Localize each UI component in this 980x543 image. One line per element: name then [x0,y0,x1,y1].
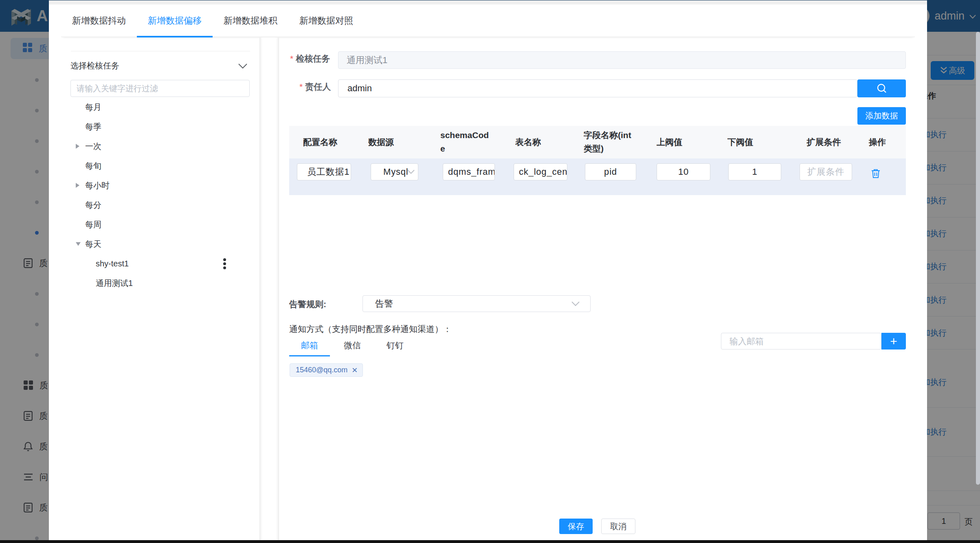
tree-node[interactable]: 每小时 [49,176,259,195]
owner-field-label: *责任人 [299,81,331,92]
modal-footer: 保存 取消 [273,519,921,534]
tree-node[interactable]: 每天 [49,234,259,254]
tree-node[interactable]: 每周 [49,215,259,234]
modal-tabs: 新增数据抖动新增数据偏移新增数据堆积新增数据对照 [61,4,915,37]
column-header: 下阀值 [717,126,788,158]
notify-tab-active[interactable]: 邮箱 [289,336,330,355]
tree-node[interactable]: 通用测试1 [49,273,259,293]
owner-input[interactable] [338,79,857,97]
table-name-input[interactable]: ck_log_center [514,163,567,180]
tree-node[interactable]: 每月 [49,97,259,117]
collapse-chevron-down-icon[interactable] [238,64,247,69]
modal-tab[interactable]: 新增数据对照 [288,4,364,37]
cancel-button[interactable]: 取消 [601,519,635,534]
config-table: 配置名称数据源schemaCode表名称字段名称(int类型)上阀值下阀值扩展条… [289,126,906,195]
alert-rule-select[interactable]: 告警 [363,295,591,312]
schema-code-input[interactable]: dqms_framework [443,163,495,180]
modal-tab-active[interactable]: 新增数据偏移 [137,4,213,37]
column-header: 表名称 [501,126,573,158]
column-header: 扩展条件 [788,126,859,158]
caret-right-icon[interactable] [76,183,79,188]
scrollbar-thumb[interactable] [976,32,980,485]
modal-dialog: 新增数据抖动新增数据偏移新增数据堆积新增数据对照 选择检核任务 每月每季一次每旬… [49,0,927,543]
column-header: 操作 [859,126,906,158]
caret-right-icon[interactable] [76,144,79,149]
delete-row-button[interactable] [870,168,881,179]
owner-search-button[interactable] [857,79,906,97]
tree-node-label[interactable]: 每旬 [85,160,101,171]
alert-rule-label: 告警规则: [289,299,326,310]
tree-node[interactable]: shy-test1 [49,254,259,273]
search-icon [876,83,888,94]
notify-tab[interactable]: 微信 [332,336,373,355]
column-header: schemaCode [430,126,501,158]
column-header: 配置名称 [289,126,358,158]
tag-close-icon[interactable]: ✕ [352,367,358,374]
tree-node-label[interactable]: shy-test1 [96,259,129,268]
save-button[interactable]: 保存 [559,519,593,534]
modal-tab[interactable]: 新增数据抖动 [61,4,137,37]
upper-threshold-input[interactable]: 10 [657,163,710,180]
ext-condition-input[interactable]: 扩展条件 [800,163,852,180]
email-tag: 15460@qq.com ✕ [290,363,363,377]
tree-node-label[interactable]: 一次 [85,141,101,152]
divider [71,51,250,51]
bottom-bar [0,540,980,543]
lower-threshold-input[interactable]: 1 [728,163,781,180]
table-row: 员工数据1 Mysql dqms_framework ck_log_center… [289,158,906,195]
task-tree-pane: 选择检核任务 每月每季一次每旬每小时每分每周每天shy-test1通用测试1 [49,37,259,543]
add-data-button[interactable]: 添加数据 [857,107,906,125]
tree-node[interactable]: 一次 [49,136,259,156]
select-chevron-down-icon [571,301,580,306]
add-email-button[interactable]: + [881,333,906,350]
required-asterisk: * [299,82,303,91]
select-chevron-down-icon [407,170,415,174]
notify-method-label: 通知方式（支持同时配置多种通知渠道）： [289,323,452,335]
tree-node-label[interactable]: 每季 [85,121,101,132]
form-pane: *检核任务 *责任人 添加数据 配置名称数据源schemaCode表名称字段名称… [279,37,927,543]
trash-icon [870,168,881,179]
tree-node-label[interactable]: 每分 [85,200,101,211]
tree-node-label[interactable]: 每小时 [85,180,110,191]
tree-filter-input[interactable] [70,80,250,97]
notify-tabs: 邮箱微信钉钉 [289,336,417,355]
modal-tab[interactable]: 新增数据堆积 [213,4,288,37]
tree-node-label[interactable]: 每月 [85,102,101,113]
config-name-input[interactable]: 员工数据1 [297,163,351,180]
tree-node[interactable]: 每季 [49,117,259,136]
task-field-label: *检核任务 [290,53,330,64]
modal-body: 选择检核任务 每月每季一次每旬每小时每分每周每天shy-test1通用测试1 *… [49,37,927,543]
tree-node-label[interactable]: 通用测试1 [96,278,133,289]
notify-tab[interactable]: 钉钉 [375,336,415,355]
field-name-input[interactable]: pid [585,163,636,180]
task-name-input [338,51,906,69]
tree-node-label[interactable]: 每天 [85,239,101,250]
tree-node[interactable]: 每分 [49,195,259,215]
caret-down-icon[interactable] [76,242,81,246]
table-header-row: 配置名称数据源schemaCode表名称字段名称(int类型)上阀值下阀值扩展条… [289,126,906,158]
tree-node-label[interactable]: 每周 [85,219,101,230]
column-header: 上阀值 [645,126,717,158]
pane-splitter[interactable] [259,37,279,543]
collapse-title: 选择检核任务 [70,60,119,71]
column-header: 字段名称(int类型) [573,126,645,158]
required-asterisk: * [290,54,293,63]
task-tree: 每月每季一次每旬每小时每分每周每天shy-test1通用测试1 [49,97,259,293]
tree-node[interactable]: 每旬 [49,156,259,176]
datasource-select[interactable]: Mysql [371,163,418,180]
email-input[interactable] [721,333,881,350]
column-header: 数据源 [358,126,430,158]
modal-top-strip [49,0,927,4]
kebab-menu-icon[interactable] [223,258,226,269]
